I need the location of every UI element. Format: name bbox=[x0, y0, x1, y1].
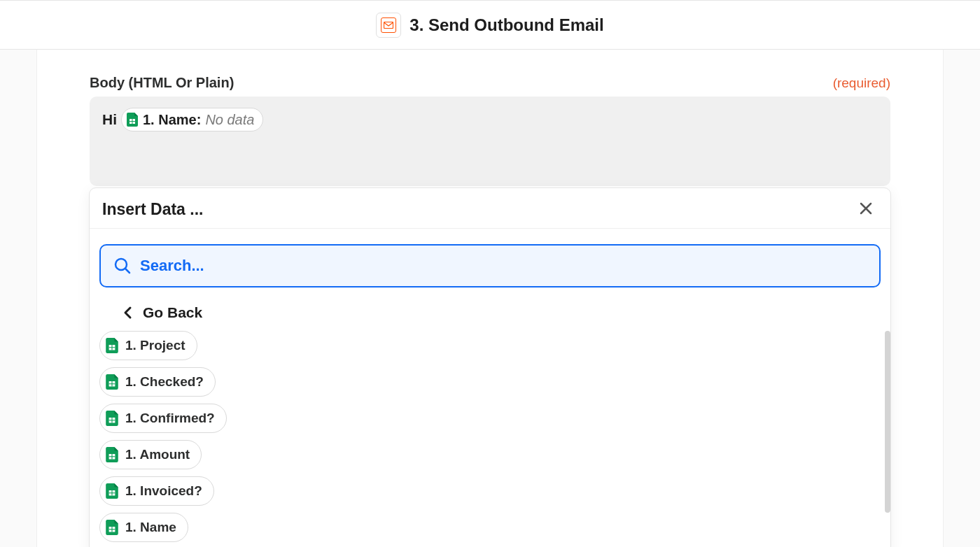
data-field-label: 1. Checked? bbox=[125, 374, 204, 390]
insert-data-popover: Insert Data ... bbox=[89, 187, 891, 547]
field-header: Body (HTML Or Plain) (required) bbox=[90, 75, 890, 91]
step-header: 3. Send Outbound Email bbox=[0, 0, 980, 50]
search-box[interactable] bbox=[99, 244, 881, 287]
data-field-label: 1. Project bbox=[125, 338, 186, 353]
required-badge: (required) bbox=[833, 76, 890, 91]
data-pill-name[interactable]: 1. Name: No data bbox=[121, 108, 263, 132]
body-editor[interactable]: Hi 1. Name: No data bbox=[90, 97, 890, 186]
svg-line-7 bbox=[125, 269, 130, 273]
chevron-left-icon bbox=[123, 306, 133, 320]
data-field-list: 1. Project1. Checked?1. Confirmed?1. Amo… bbox=[90, 331, 890, 547]
search-input[interactable] bbox=[140, 257, 867, 275]
data-field-label: 1. Confirmed? bbox=[125, 411, 215, 426]
pill-label: 1. Name: bbox=[143, 112, 201, 128]
sheets-icon bbox=[126, 112, 139, 127]
data-field-item[interactable]: 1. Amount bbox=[99, 440, 202, 469]
data-field-label: 1. Amount bbox=[125, 447, 190, 462]
go-back-button[interactable]: Go Back bbox=[90, 300, 890, 331]
data-field-item[interactable]: 1. Checked? bbox=[99, 367, 216, 397]
popover-title: Insert Data ... bbox=[102, 200, 203, 219]
close-icon bbox=[858, 201, 874, 216]
sheets-icon bbox=[106, 483, 118, 499]
body-text-prefix: Hi bbox=[102, 111, 117, 128]
sheets-icon bbox=[106, 447, 118, 462]
body-field-label: Body (HTML Or Plain) bbox=[90, 75, 234, 91]
data-field-item[interactable]: 1. Confirmed? bbox=[99, 404, 227, 433]
step-title: 3. Send Outbound Email bbox=[410, 15, 603, 35]
data-field-label: 1. Name bbox=[125, 520, 176, 535]
go-back-label: Go Back bbox=[143, 304, 202, 321]
data-field-label: 1. Invoiced? bbox=[125, 483, 202, 499]
data-field-item[interactable]: 1. Project bbox=[99, 331, 197, 360]
data-field-item[interactable]: 1. Name bbox=[99, 513, 188, 542]
close-button[interactable] bbox=[855, 198, 876, 221]
main-panel: Body (HTML Or Plain) (required) Hi bbox=[36, 50, 944, 547]
sheets-icon bbox=[106, 338, 118, 353]
sheets-icon bbox=[106, 520, 118, 535]
sheets-icon bbox=[106, 374, 118, 390]
data-field-item[interactable]: 1. Invoiced? bbox=[99, 476, 214, 506]
email-app-icon bbox=[376, 13, 401, 38]
pill-value: No data bbox=[205, 112, 254, 128]
search-icon bbox=[113, 257, 132, 275]
scrollbar-thumb[interactable] bbox=[885, 331, 890, 513]
sheets-icon bbox=[106, 411, 118, 426]
